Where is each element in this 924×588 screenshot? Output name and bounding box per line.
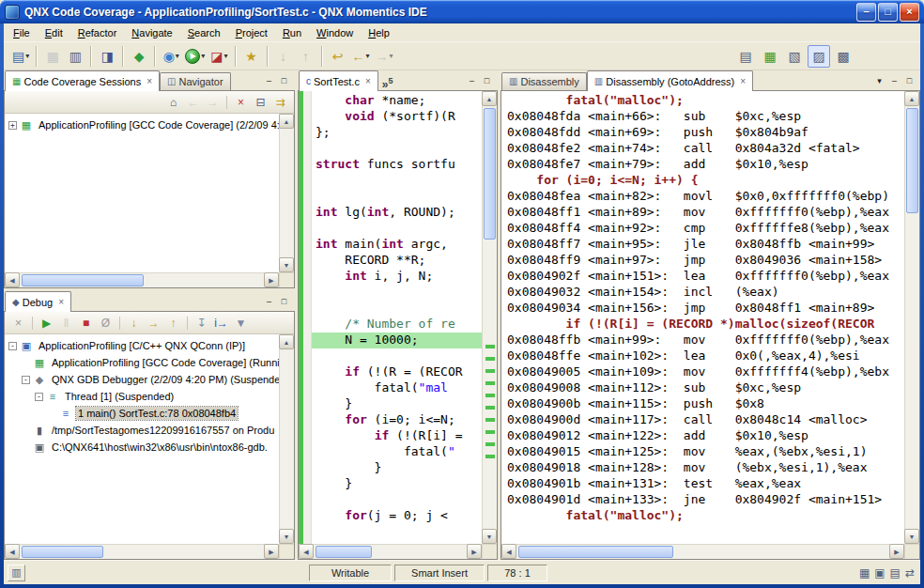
- disassembly-line[interactable]: fatal("malloc");: [507, 508, 904, 524]
- forward-button[interactable]: →▾: [373, 45, 396, 68]
- scroll-down-button[interactable]: ▼: [904, 529, 919, 544]
- disassembly-line[interactable]: 0x08048fe2 <main+74>: call 0x804a32d <fa…: [507, 141, 904, 157]
- disassembly-line[interactable]: if (!(R[i] = (RECORD *)malloc(sizeof(REC…: [507, 317, 904, 333]
- new-wizard-button[interactable]: ▤▾: [9, 45, 32, 68]
- statusbar-console-icon[interactable]: ▤: [890, 567, 901, 579]
- console-button[interactable]: ▩: [832, 45, 855, 68]
- disassembly-line[interactable]: 0x08048fea <main+82>: movl $0x0,0xffffff…: [507, 189, 904, 205]
- debug-minimize-button[interactable]: –: [262, 296, 276, 308]
- run-button[interactable]: ▶▾: [182, 45, 208, 68]
- scrollbar-thumb[interactable]: [22, 274, 144, 286]
- print-button[interactable]: ▥: [64, 45, 86, 68]
- disassembly-line[interactable]: 0x08048ff1 <main+89>: mov 0xfffffff0(%eb…: [507, 205, 904, 221]
- back-session-button[interactable]: ←: [184, 93, 202, 111]
- tab-disassembly[interactable]: ▥Disassembly: [501, 72, 587, 90]
- scroll-down-button[interactable]: ▼: [279, 257, 294, 272]
- editor-line[interactable]: if (!(R = (RECOR: [312, 364, 482, 380]
- use-step-filters-button[interactable]: ▼: [232, 314, 250, 332]
- menu-navigate[interactable]: Navigate: [124, 24, 179, 41]
- next-annotation-button[interactable]: ↓: [272, 45, 295, 68]
- home-button[interactable]: ⌂: [164, 93, 182, 111]
- editor-line[interactable]: }: [312, 396, 482, 412]
- disassembly-line[interactable]: 0x08048ff9 <main+97>: jmp 0x8049036 <mai…: [507, 253, 904, 269]
- disassembly-view-menu-button[interactable]: ▾: [872, 75, 886, 87]
- scroll-left-button[interactable]: ◀: [5, 272, 20, 287]
- menu-window[interactable]: Window: [309, 24, 361, 41]
- menu-search[interactable]: Search: [180, 24, 228, 41]
- tree-item[interactable]: +▦ApplicationProfiling [GCC Code Coverag…: [5, 116, 294, 133]
- code-coverage-button[interactable]: ◆: [128, 45, 150, 68]
- code-area[interactable]: char *name; void (*sortf)(R};struct func…: [299, 91, 482, 544]
- step-over-button[interactable]: →: [145, 314, 162, 332]
- editor-line[interactable]: [312, 141, 482, 157]
- disassembly-line[interactable]: 0x08049012 <main+122>: add $0x10,%esp: [507, 428, 904, 444]
- editor-line[interactable]: fatal("mal: [312, 380, 482, 396]
- editor-vertical-scrollbar[interactable]: ▲ ▼: [482, 91, 497, 544]
- disassembly-line[interactable]: 0x0804902f <main+151>: lea 0xfffffff0(%e…: [507, 269, 904, 285]
- disassembly-line[interactable]: fatal("malloc");: [507, 93, 904, 109]
- disassembly-horizontal-scrollbar[interactable]: ◀ ▶: [501, 544, 904, 559]
- disassembly-minimize-button[interactable]: –: [887, 75, 901, 87]
- back-button[interactable]: ←▾: [349, 45, 373, 68]
- disassembly-line[interactable]: 0x08049008 <main+112>: sub $0xc,%esp: [507, 380, 904, 396]
- menu-edit[interactable]: Edit: [38, 24, 70, 41]
- tree-expander-icon[interactable]: -: [35, 393, 43, 401]
- editor-line[interactable]: fatal(": [312, 444, 482, 460]
- new-window-button[interactable]: ▤: [734, 45, 757, 68]
- scroll-up-button[interactable]: ▲: [279, 114, 294, 129]
- disassembly-line[interactable]: 0x08049005 <main+109>: mov 0xfffffff4(%e…: [507, 364, 904, 380]
- menu-file[interactable]: File: [6, 24, 38, 41]
- tree-item[interactable]: +▦ApplicationProfiling [GCC Code Coverag…: [5, 354, 294, 371]
- tab-disassembly-gotoaddress[interactable]: ▥Disassembly (GotoAddress)×: [587, 70, 753, 91]
- tree-item[interactable]: -▣ApplicationProfiling [C/C++ QNX QConn …: [5, 337, 294, 354]
- scroll-up-button[interactable]: ▲: [904, 91, 919, 106]
- editor-line[interactable]: for (i=0; i<=N;: [312, 412, 482, 428]
- editor-line[interactable]: char *name;: [312, 93, 482, 109]
- editor-line[interactable]: [312, 348, 482, 364]
- editor-line[interactable]: [312, 492, 482, 508]
- editor-horizontal-scrollbar[interactable]: ◀ ▶: [299, 544, 482, 559]
- debug-maximize-button[interactable]: □: [277, 296, 291, 308]
- remove-terminated-button[interactable]: ×: [9, 314, 27, 332]
- resume-button[interactable]: ▶: [38, 314, 55, 332]
- scrollbar-thumb[interactable]: [906, 108, 918, 213]
- scrollbar-thumb[interactable]: [484, 108, 496, 240]
- tree-item[interactable]: -≡Thread [1] (Suspended): [5, 388, 294, 405]
- disassembly-line[interactable]: 0x08048fe7 <main+79>: add $0x10,%esp: [507, 157, 904, 173]
- fast-view-button[interactable]: ▥: [8, 565, 25, 581]
- tree-item[interactable]: +≡1 main() SortTest.c:78 0x08048fb4: [5, 405, 294, 422]
- editor-line[interactable]: }: [312, 460, 482, 476]
- link-with-editor-button[interactable]: ⇉: [271, 93, 289, 111]
- disconnect-button[interactable]: Ø: [97, 314, 115, 332]
- external-tools-button[interactable]: ◪▾: [208, 45, 230, 68]
- tree-item[interactable]: +▣C:\QNX641\host\win32\x86\usr\bin\ntox8…: [5, 439, 294, 456]
- disassembly-line[interactable]: for (i=0; i<=N; i++) {: [507, 173, 904, 189]
- previous-annotation-button[interactable]: ↑: [295, 45, 317, 68]
- editor-line[interactable]: struct funcs sortfu: [312, 157, 482, 173]
- editor-line[interactable]: int i, j, N;: [312, 269, 482, 285]
- statusbar-sync-icon[interactable]: ⇄: [905, 567, 915, 579]
- remove-session-button[interactable]: ×: [232, 93, 250, 111]
- disassembly-line[interactable]: 0x08049015 <main+125>: mov %eax,(%ebx,%e…: [507, 444, 904, 460]
- disassembly-listing[interactable]: fatal("malloc");0x08048fda <main+66>: su…: [501, 91, 904, 544]
- disassembly-line[interactable]: 0x08048ff7 <main+95>: jle 0x8048ffb <mai…: [507, 237, 904, 253]
- editor-tab-overflow-chevron[interactable]: » 5: [378, 76, 397, 90]
- scrollbar-thumb[interactable]: [22, 546, 103, 558]
- editor-line[interactable]: for(j = 0; j <: [312, 508, 482, 524]
- editor-line[interactable]: int main(int argc,: [312, 237, 482, 253]
- editor-line[interactable]: RECORD **R;: [312, 253, 482, 269]
- scroll-left-button[interactable]: ◀: [299, 544, 314, 559]
- tree-item[interactable]: -◆QNX GDB Debugger (2/2/09 4:20 PM) (Sus…: [5, 371, 294, 388]
- disassembly-maximize-button[interactable]: □: [902, 75, 916, 87]
- disassembly-vertical-scrollbar[interactable]: ▲ ▼: [904, 91, 919, 544]
- tree-expander-icon[interactable]: -: [8, 342, 17, 350]
- save-button[interactable]: ▦: [41, 45, 64, 68]
- scroll-right-button[interactable]: ▶: [264, 272, 279, 287]
- editor-minimize-button[interactable]: –: [465, 75, 479, 87]
- editor-line[interactable]: [312, 173, 482, 189]
- scroll-down-button[interactable]: ▼: [279, 529, 294, 544]
- step-into-button[interactable]: ↓: [125, 314, 143, 332]
- scroll-right-button[interactable]: ▶: [467, 544, 482, 559]
- scrollbar-thumb[interactable]: [518, 546, 673, 558]
- memory-button[interactable]: ▨: [808, 45, 830, 68]
